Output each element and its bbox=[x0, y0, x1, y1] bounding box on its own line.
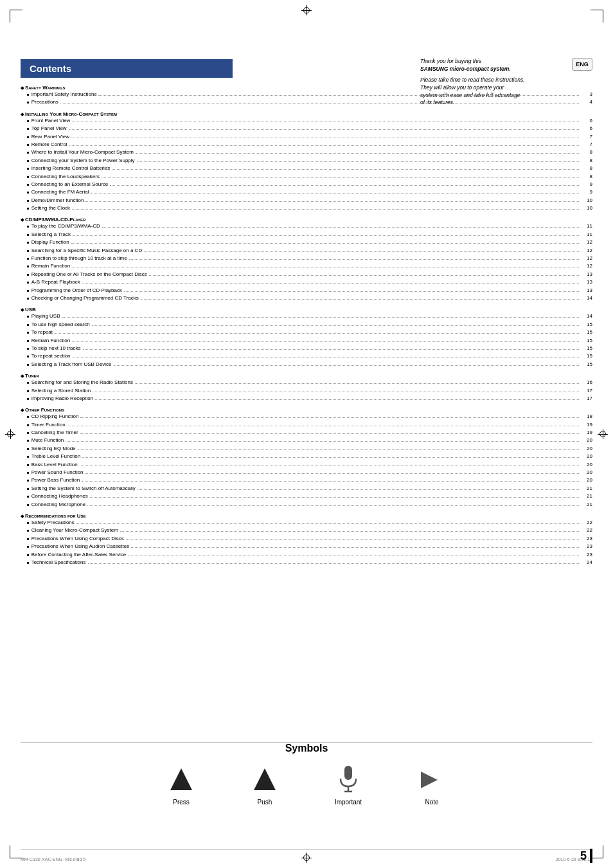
toc-item-text: Connecting Headphones bbox=[31, 493, 88, 500]
toc-item-text: Cancelling the Timer bbox=[31, 429, 78, 437]
toc-page-number: 8 bbox=[581, 165, 592, 172]
toc-page-number: 17 bbox=[581, 395, 592, 402]
toc-page-number: 24 bbox=[581, 559, 592, 566]
corner-mark-bl bbox=[10, 845, 22, 858]
page-number-container: 5 bbox=[580, 849, 592, 863]
toc-section-header: ◆Recommendations for Use bbox=[21, 513, 592, 519]
toc-page-number: 3 bbox=[581, 91, 592, 98]
toc-item-text: CD Ripping Function bbox=[31, 413, 79, 420]
toc-dots bbox=[88, 563, 579, 564]
toc-dots bbox=[71, 243, 579, 244]
toc-page-number: 15 bbox=[581, 321, 592, 329]
toc-item-text: Connecting Microphone bbox=[31, 501, 86, 509]
toc-page-number: 14 bbox=[581, 294, 592, 302]
toc-dots bbox=[102, 177, 579, 178]
toc-item-text: Mute Function bbox=[31, 437, 64, 444]
toc-page-number: 22 bbox=[581, 519, 592, 527]
toc-section-header: ◆Other Functions bbox=[21, 407, 592, 413]
eng-badge: ENG bbox=[572, 58, 592, 71]
toc-item-text: Front Panel View bbox=[31, 117, 71, 125]
footer-filename: MM-C330-XAC-ENG- Mic.indd 5 bbox=[21, 857, 85, 862]
toc-item-text: Precautions bbox=[31, 98, 58, 106]
toc-item: ■To repeat section15 bbox=[21, 352, 592, 360]
toc-item-text: To skip next 10 tracks bbox=[31, 345, 81, 352]
toc-item-text: To repeat section bbox=[31, 352, 71, 360]
toc-item: ■Cleaning Your Micro-Compact System22 bbox=[21, 527, 592, 534]
toc-item-text: Connecting the FM Aerial bbox=[31, 188, 89, 196]
push-label: Push bbox=[258, 799, 272, 806]
toc-dots bbox=[87, 505, 579, 506]
toc-page-number: 7 bbox=[581, 133, 592, 141]
push-icon bbox=[249, 764, 281, 796]
toc-dots bbox=[76, 523, 579, 524]
toc-dots bbox=[93, 392, 579, 392]
toc-dots bbox=[55, 333, 579, 334]
toc-item: ■Treble Level Function20 bbox=[21, 453, 592, 460]
toc-dots bbox=[60, 103, 579, 104]
toc-bullet: ■ bbox=[27, 396, 30, 402]
toc-item: ■Programming the Order of CD Playback13 bbox=[21, 287, 592, 294]
toc-item: ■Setting the Clock10 bbox=[21, 204, 592, 212]
toc-item: ■Repeating One or All Tracks on the Comp… bbox=[21, 271, 592, 278]
toc-item: ■Important Safety Instructions3 bbox=[21, 91, 592, 98]
toc-page-number: 20 bbox=[581, 453, 592, 460]
toc-bullet: ■ bbox=[27, 388, 30, 394]
reg-mark-right bbox=[598, 429, 608, 439]
symbol-important: Important bbox=[323, 764, 374, 806]
toc-bullet: ■ bbox=[27, 354, 30, 359]
toc-page-number: 7 bbox=[581, 141, 592, 149]
toc-page-number: 6 bbox=[581, 117, 592, 125]
toc-page-number: 19 bbox=[581, 429, 592, 437]
press-label: Press bbox=[173, 799, 190, 806]
toc-bullet: ■ bbox=[27, 166, 30, 172]
toc-bullet: ■ bbox=[27, 288, 30, 294]
toc-dots bbox=[73, 235, 579, 236]
toc-item-text: Precautions When Using Compact Discs bbox=[31, 535, 124, 543]
important-icon bbox=[332, 764, 364, 796]
toc-bullet: ■ bbox=[27, 446, 30, 452]
toc-item-text: Improving Radio Reception bbox=[31, 395, 94, 402]
toc-dots bbox=[85, 473, 579, 474]
toc-list: ◆Safety Warnings■Important Safety Instru… bbox=[21, 85, 592, 566]
contents-title-box: Contents bbox=[21, 59, 233, 78]
toc-bullet: ■ bbox=[27, 118, 30, 124]
toc-page-number: 20 bbox=[581, 437, 592, 444]
toc-dots bbox=[80, 433, 579, 434]
toc-page-number: 9 bbox=[581, 181, 592, 188]
toc-page-number: 20 bbox=[581, 445, 592, 453]
toc-item-text: Where to Install Your Micro-Compact Syst… bbox=[31, 149, 134, 156]
toc-bullet: ■ bbox=[27, 142, 30, 148]
toc-bullet: ■ bbox=[27, 158, 30, 164]
toc-item: ■Connecting the Loudspeakers8 bbox=[21, 173, 592, 181]
toc-item-text: Selecting a Track bbox=[31, 231, 71, 239]
toc-dots bbox=[73, 357, 579, 357]
toc-item-text: Programming the Order of CD Playback bbox=[31, 287, 122, 294]
toc-item-text: Playing USB bbox=[31, 312, 60, 320]
toc-item-text: Searching for a Specific Music Passage o… bbox=[31, 247, 143, 255]
toc-bullet: ■ bbox=[27, 486, 30, 492]
toc-dots bbox=[102, 227, 579, 228]
toc-bullet: ■ bbox=[27, 438, 30, 444]
toc-item-text: Repeating One or All Tracks on the Compa… bbox=[31, 271, 147, 278]
toc-dots bbox=[137, 161, 579, 162]
symbols-row: Press Push bbox=[21, 764, 592, 806]
toc-page-number: 13 bbox=[581, 287, 592, 294]
toc-item: ■Setting the System to Switch off Automa… bbox=[21, 485, 592, 493]
toc-item-text: Connecting to an External Source bbox=[31, 181, 109, 188]
toc-item-text: Remain Function bbox=[31, 262, 70, 270]
toc-page-number: 16 bbox=[581, 379, 592, 386]
toc-item-text: Searching for and Storing the Radio Stat… bbox=[31, 379, 133, 386]
note-icon bbox=[416, 764, 448, 796]
toc-item-text: Rear Panel View bbox=[31, 133, 69, 141]
toc-bullet: ■ bbox=[27, 454, 30, 460]
toc-item: ■Remote Control7 bbox=[21, 141, 592, 149]
bottom-line bbox=[21, 849, 592, 850]
page-number-bar bbox=[590, 849, 592, 863]
toc-dots bbox=[112, 169, 579, 170]
toc-bullet: ■ bbox=[27, 362, 30, 368]
toc-page-number: 19 bbox=[581, 421, 592, 429]
svg-marker-0 bbox=[170, 768, 192, 790]
toc-item: ■A-B Repeat Playback13 bbox=[21, 278, 592, 286]
toc-dots bbox=[124, 291, 579, 292]
footer: MM-C330-XAC-ENG- Mic.indd 5 2010-6-29 8:… bbox=[21, 857, 592, 862]
